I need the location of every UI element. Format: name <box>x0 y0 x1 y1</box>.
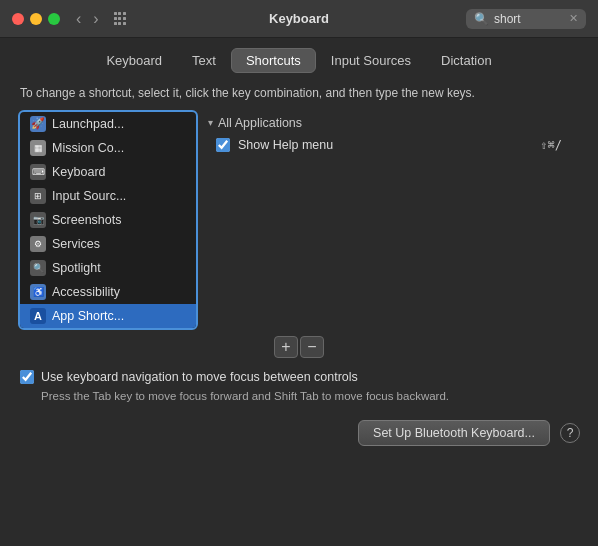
remove-button[interactable]: − <box>300 336 324 358</box>
nav-checkbox-label: Use keyboard navigation to move focus be… <box>41 370 358 384</box>
spotlight-icon: 🔍 <box>30 260 46 276</box>
nav-checkbox-row: Use keyboard navigation to move focus be… <box>20 370 578 384</box>
bluetooth-button[interactable]: Set Up Bluetooth Keyboard... <box>358 420 550 446</box>
footer: Set Up Bluetooth Keyboard... ? <box>0 414 598 456</box>
keyboard-icon: ⌨ <box>30 164 46 180</box>
sidebar-item-accessibility[interactable]: ♿ Accessibility <box>20 280 196 304</box>
input-icon: ⊞ <box>30 188 46 204</box>
list-controls: + − <box>0 336 598 358</box>
sidebar-item-label: Launchpad... <box>52 117 124 131</box>
search-input[interactable] <box>494 12 564 26</box>
maximize-button[interactable] <box>48 13 60 25</box>
sidebar-item-label: Screenshots <box>52 213 121 227</box>
section-title: All Applications <box>218 116 302 130</box>
search-clear-icon[interactable]: ✕ <box>569 12 578 25</box>
tab-dictation[interactable]: Dictation <box>426 48 507 73</box>
sidebar-item-launchpad[interactable]: 🚀 Launchpad... <box>20 112 196 136</box>
sidebar-item-spotlight[interactable]: 🔍 Spotlight <box>20 256 196 280</box>
minimize-button[interactable] <box>30 13 42 25</box>
section-header: ▾ All Applications <box>208 110 570 134</box>
search-box[interactable]: 🔍 ✕ <box>466 9 586 29</box>
screenshots-icon: 📷 <box>30 212 46 228</box>
nav-helper-text: Press the Tab key to move focus forward … <box>20 388 578 404</box>
launchpad-icon: 🚀 <box>30 116 46 132</box>
help-button[interactable]: ? <box>560 423 580 443</box>
search-icon: 🔍 <box>474 12 489 26</box>
shortcut-keys: ⇧⌘/ <box>540 138 562 152</box>
app-grid-icon[interactable] <box>113 12 127 26</box>
instruction-text: To change a shortcut, select it, click t… <box>0 81 598 110</box>
sidebar-item-mission[interactable]: ▦ Mission Co... <box>20 136 196 160</box>
sidebar-item-services[interactable]: ⚙ Services <box>20 232 196 256</box>
nav-buttons: ‹ › <box>72 9 103 29</box>
titlebar: ‹ › Keyboard 🔍 ✕ <box>0 0 598 38</box>
sidebar-item-label: Services <box>52 237 100 251</box>
chevron-down-icon: ▾ <box>208 117 213 128</box>
sidebar-item-label: Keyboard <box>52 165 106 179</box>
services-icon: ⚙ <box>30 236 46 252</box>
main-content: 🚀 Launchpad... ▦ Mission Co... ⌨ Keyboar… <box>18 110 580 330</box>
mission-icon: ▦ <box>30 140 46 156</box>
back-button[interactable]: ‹ <box>72 9 85 29</box>
traffic-lights <box>12 13 60 25</box>
sidebar-list: 🚀 Launchpad... ▦ Mission Co... ⌨ Keyboar… <box>18 110 198 330</box>
appshortcuts-icon: A <box>30 308 46 324</box>
shortcut-checkbox[interactable] <box>216 138 230 152</box>
tab-keyboard[interactable]: Keyboard <box>91 48 177 73</box>
tab-text[interactable]: Text <box>177 48 231 73</box>
close-button[interactable] <box>12 13 24 25</box>
shortcut-row: Show Help menu ⇧⌘/ <box>208 134 570 156</box>
sidebar-item-label: App Shortc... <box>52 309 124 323</box>
sidebar-item-label: Spotlight <box>52 261 101 275</box>
right-panel: ▾ All Applications Show Help menu ⇧⌘/ <box>198 110 580 330</box>
add-button[interactable]: + <box>274 336 298 358</box>
tabs-bar: Keyboard Text Shortcuts Input Sources Di… <box>0 38 598 81</box>
nav-checkbox[interactable] <box>20 370 34 384</box>
sidebar-item-appshortcuts[interactable]: A App Shortc... <box>20 304 196 328</box>
tab-input-sources[interactable]: Input Sources <box>316 48 426 73</box>
sidebar-item-screenshots[interactable]: 📷 Screenshots <box>20 208 196 232</box>
sidebar-item-label: Mission Co... <box>52 141 124 155</box>
sidebar-item-keyboard[interactable]: ⌨ Keyboard <box>20 160 196 184</box>
shortcut-label: Show Help menu <box>238 138 532 152</box>
sidebar-item-label: Accessibility <box>52 285 120 299</box>
forward-button[interactable]: › <box>89 9 102 29</box>
sidebar-item-label: Input Sourc... <box>52 189 126 203</box>
bottom-section: Use keyboard navigation to move focus be… <box>0 358 598 414</box>
tab-shortcuts[interactable]: Shortcuts <box>231 48 316 73</box>
sidebar-item-input[interactable]: ⊞ Input Sourc... <box>20 184 196 208</box>
window-title: Keyboard <box>269 11 329 26</box>
accessibility-icon: ♿ <box>30 284 46 300</box>
